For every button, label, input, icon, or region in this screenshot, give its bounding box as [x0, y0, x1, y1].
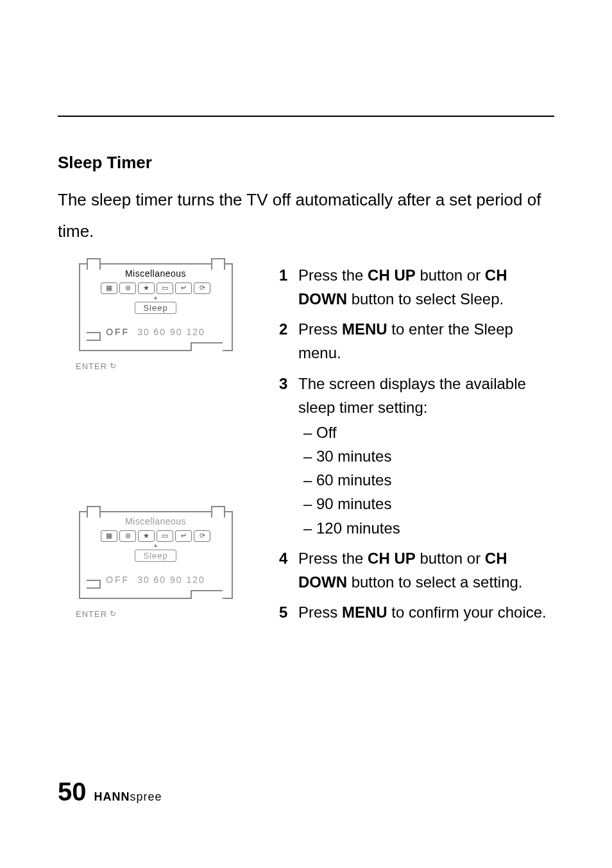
text: to confirm your choice. — [387, 603, 547, 621]
step-number: 5 — [279, 600, 298, 624]
step-number: 4 — [279, 546, 298, 594]
text: Press — [298, 603, 342, 621]
step-body: Press the CH UP button or CH DOWN button… — [298, 263, 554, 311]
osd-tab-icon: ⊛ — [119, 530, 136, 542]
option-list: Off 30 minutes 60 minutes 90 minutes 120… — [298, 421, 554, 540]
osd-box: Miscellaneous ▦ ⊛ ★ ▭ ↵ ⟳ ▴ Sleep OFF30 — [79, 511, 233, 599]
osd-selected-item: Sleep — [135, 550, 176, 562]
brand-logo: HANNspree — [94, 790, 162, 804]
osd-corner-notch — [191, 342, 223, 351]
brand-bold: HANN — [94, 790, 130, 803]
text: Press the — [298, 550, 368, 567]
osd-option-values: 30 60 90 120 — [137, 327, 205, 337]
text: button or — [416, 550, 485, 567]
page-content: Sleep Timer The sleep timer turns the TV… — [58, 153, 554, 630]
header-rule — [58, 116, 554, 117]
osd-box: Miscellaneous ▦ ⊛ ★ ▭ ↵ ⟳ ▴ Sleep OFF30 — [79, 263, 233, 351]
button-ref: MENU — [342, 603, 387, 621]
osd-option-off: OFF — [106, 327, 130, 337]
osd-diagram-1: Miscellaneous ▦ ⊛ ★ ▭ ↵ ⟳ ▴ Sleep OFF30 — [58, 263, 253, 371]
enter-loop-icon: ↻ — [110, 361, 117, 370]
osd-tab-icon: ↵ — [175, 282, 192, 294]
osd-option-values: 30 60 90 120 — [137, 575, 205, 585]
text: button or — [416, 266, 485, 284]
osd-corner-notch — [87, 332, 101, 341]
two-column-layout: Miscellaneous ▦ ⊛ ★ ▭ ↵ ⟳ ▴ Sleep OFF30 — [58, 263, 554, 631]
section-title: Sleep Timer — [58, 153, 554, 173]
osd-tab-icon: ↵ — [175, 530, 192, 542]
button-ref: CH UP — [368, 550, 416, 567]
osd-tab-icon: ▦ — [101, 282, 117, 294]
list-item: 1 Press the CH UP button or CH DOWN butt… — [279, 263, 554, 311]
osd-label-row: Sleep — [80, 547, 232, 564]
osd-diagram-2: Miscellaneous ▦ ⊛ ★ ▭ ↵ ⟳ ▴ Sleep OFF30 — [58, 511, 253, 619]
section-intro: The sleep timer turns the TV off automat… — [58, 184, 554, 248]
brand-light: spree — [130, 790, 162, 803]
text: Press — [298, 320, 342, 338]
step-body: Press MENU to confirm your choice. — [298, 600, 554, 624]
instruction-list: 1 Press the CH UP button or CH DOWN butt… — [279, 263, 554, 625]
osd-tab-icon: ▭ — [157, 530, 173, 542]
osd-enter-label: ENTER ↻ — [76, 609, 253, 619]
step-body: The screen displays the available sleep … — [298, 372, 554, 540]
text: button to select Sleep. — [347, 290, 504, 308]
step-number: 3 — [279, 372, 298, 540]
option-item: 60 minutes — [298, 468, 554, 492]
enter-text: ENTER — [76, 361, 107, 371]
text: button to select a setting. — [347, 573, 523, 591]
osd-selected-item: Sleep — [135, 302, 176, 314]
list-item: 3 The screen displays the available slee… — [279, 372, 554, 540]
osd-enter-label: ENTER ↻ — [76, 361, 253, 371]
option-item: 120 minutes — [298, 516, 554, 540]
osd-title: Miscellaneous — [80, 512, 232, 529]
osd-tab-icon: ★ — [138, 282, 155, 294]
text: Press the — [298, 266, 368, 284]
step-number: 2 — [279, 317, 298, 365]
osd-tab-icon: ⟳ — [194, 282, 210, 294]
osd-tab-icon: ⊛ — [119, 282, 136, 294]
list-item: 4 Press the CH UP button or CH DOWN butt… — [279, 546, 554, 594]
osd-tab-icon: ⟳ — [194, 530, 210, 542]
step-body: Press MENU to enter the Sleep menu. — [298, 317, 554, 365]
enter-text: ENTER — [76, 609, 107, 619]
osd-corner-notch — [191, 590, 223, 599]
osd-option-off: OFF — [106, 575, 130, 585]
osd-tab-icon: ▦ — [101, 530, 117, 542]
button-ref: CH UP — [368, 266, 416, 284]
option-item: Off — [298, 421, 554, 444]
step-number: 1 — [279, 263, 298, 311]
list-item: 2 Press MENU to enter the Sleep menu. — [279, 317, 554, 365]
right-column: 1 Press the CH UP button or CH DOWN butt… — [279, 263, 554, 631]
osd-label-row: Sleep — [80, 299, 232, 317]
list-item: 5 Press MENU to confirm your choice. — [279, 600, 554, 624]
left-column: Miscellaneous ▦ ⊛ ★ ▭ ↵ ⟳ ▴ Sleep OFF30 — [58, 263, 253, 631]
enter-loop-icon: ↻ — [110, 609, 117, 618]
step-body: Press the CH UP button or CH DOWN button… — [298, 546, 554, 594]
osd-tab-icon: ★ — [138, 530, 155, 542]
osd-tab-icon: ▭ — [157, 282, 173, 294]
text: The screen displays the available sleep … — [298, 375, 526, 416]
page-footer: 50 HANNspree — [58, 777, 162, 806]
page-number: 50 — [58, 777, 87, 806]
option-item: 30 minutes — [298, 444, 554, 468]
osd-title: Miscellaneous — [80, 265, 232, 281]
option-item: 90 minutes — [298, 492, 554, 516]
osd-corner-notch — [87, 580, 101, 589]
button-ref: MENU — [342, 320, 387, 338]
